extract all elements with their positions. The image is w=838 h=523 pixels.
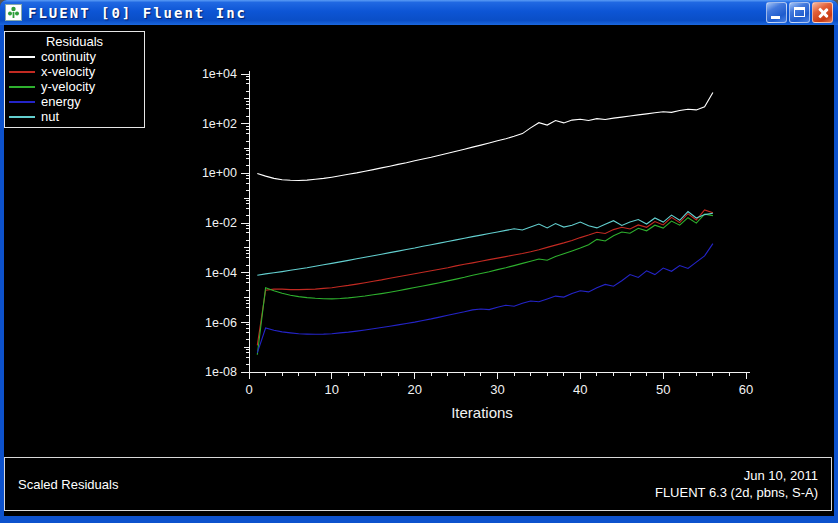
x-tick-label: 0 <box>245 382 252 397</box>
y-tick-label: 1e-08 <box>205 365 237 379</box>
legend-swatch-continuity <box>9 56 35 58</box>
legend-item-continuity: continuity <box>5 49 144 64</box>
legend-label: x-velocity <box>41 64 95 79</box>
caption-right: Jun 10, 2011 FLUENT 6.3 (2d, pbns, S-A) <box>655 467 818 501</box>
x-tick-label: 10 <box>325 382 339 397</box>
x-tick-label: 30 <box>490 382 504 397</box>
residuals-legend: Residuals continuityx-velocityy-velocity… <box>4 31 145 128</box>
legend-swatch-y-velocity <box>9 86 35 88</box>
graphics-area: 1e+041e+021e+001e-021e-041e-061e-0801020… <box>4 25 834 516</box>
x-axis-label: Iterations <box>451 404 513 421</box>
close-icon <box>813 3 832 22</box>
y-tick-label: 1e+02 <box>202 117 237 131</box>
legend-swatch-nut <box>9 116 35 118</box>
legend-item-nut: nut <box>5 109 144 124</box>
legend-item-x-velocity: x-velocity <box>5 64 144 79</box>
close-button[interactable] <box>812 2 833 23</box>
x-tick-label: 20 <box>407 382 421 397</box>
caption-box: Scaled Residuals Jun 10, 2011 FLUENT 6.3… <box>4 457 832 511</box>
solver-info-label: FLUENT 6.3 (2d, pbns, S-A) <box>655 484 818 501</box>
fluent-logo-glyph <box>7 6 20 19</box>
titlebar[interactable]: FLUENT [0] Fluent Inc <box>0 0 838 25</box>
minimize-icon <box>771 16 780 19</box>
legend-item-energy: energy <box>5 94 144 109</box>
window-controls <box>766 2 833 23</box>
legend-item-y-velocity: y-velocity <box>5 79 144 94</box>
y-tick-label: 1e-06 <box>205 316 237 330</box>
y-tick-label: 1e-02 <box>205 216 237 230</box>
x-tick-label: 40 <box>573 382 587 397</box>
fluent-window: FLUENT [0] Fluent Inc 1e+041e+021e+001e-… <box>0 0 838 523</box>
y-tick-label: 1e+00 <box>202 166 237 180</box>
y-tick-label: 1e-04 <box>205 266 237 280</box>
residual-curve-nut <box>257 212 713 276</box>
fluent-logo-icon <box>5 4 22 21</box>
legend-label: energy <box>41 94 81 109</box>
x-tick-label: 60 <box>739 382 753 397</box>
legend-rows: continuityx-velocityy-velocityenergynut <box>5 49 144 124</box>
legend-swatch-x-velocity <box>9 71 35 73</box>
plot-title: Scaled Residuals <box>18 477 118 492</box>
maximize-button[interactable] <box>789 2 810 23</box>
legend-swatch-energy <box>9 101 35 103</box>
maximize-icon <box>794 7 805 17</box>
minimize-button[interactable] <box>766 2 787 23</box>
legend-title: Residuals <box>5 34 144 49</box>
date-label: Jun 10, 2011 <box>655 467 818 484</box>
residual-curve-continuity <box>257 93 713 181</box>
y-tick-label: 1e+04 <box>202 67 237 81</box>
legend-label: y-velocity <box>41 79 95 94</box>
legend-label: nut <box>41 109 59 124</box>
x-tick-label: 50 <box>656 382 670 397</box>
window-title: FLUENT [0] Fluent Inc <box>28 5 247 21</box>
legend-label: continuity <box>41 49 96 64</box>
